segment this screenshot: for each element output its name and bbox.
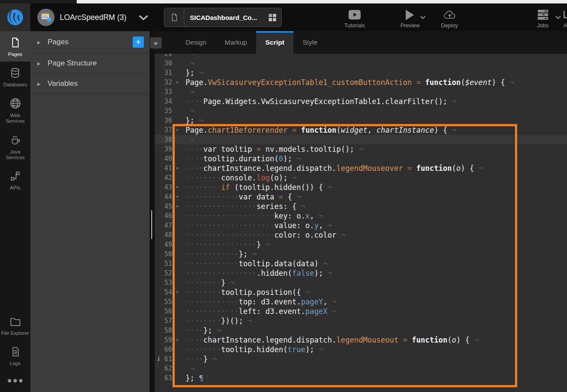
gutter: 33 <box>155 87 186 97</box>
collapse-panel-button[interactable]: « <box>150 37 162 49</box>
code-line[interactable]: 30 ¬ <box>155 59 567 68</box>
fold-arrow-icon[interactable]: ▾ <box>176 163 179 173</box>
fold-arrow-icon[interactable]: ▾ <box>176 125 179 135</box>
code-line[interactable]: 51············tooltip.data(data) ¬ <box>155 259 567 268</box>
code-line[interactable]: 43▾········if (tooltip.hidden()) { ¬ <box>155 183 567 192</box>
sidebar-item-databases[interactable]: Databases <box>0 62 30 92</box>
preview-label: Preview <box>394 23 427 29</box>
code-text: ············}; ¬ <box>186 249 567 259</box>
sidebar-item-java-services[interactable]: Java Services <box>0 128 30 165</box>
fold-arrow-icon[interactable]: ▾ <box>176 335 179 345</box>
artifacts-button[interactable]: Art <box>556 9 567 29</box>
code-text: }; ¶ <box>186 373 567 383</box>
sidebar-item-web-services[interactable]: Web Services <box>0 92 30 128</box>
tutorials-icon <box>339 9 370 21</box>
sidebar-item-more[interactable] <box>0 371 30 389</box>
panel-scrollbar-thumb[interactable] <box>151 210 152 239</box>
app-logo-button[interactable] <box>0 3 30 31</box>
code-line[interactable]: 52················.hidden(false); ¬ <box>155 268 567 278</box>
code-line[interactable]: 37▾Page.chart1Beforerender = function(wi… <box>155 125 567 135</box>
code-line[interactable]: 54▾········tooltip.position({ ¬ <box>155 287 567 297</box>
code-line[interactable]: 56············left: d3.event.pageX ¬ <box>155 307 567 316</box>
code-text: }; ¬ <box>186 68 567 78</box>
fold-arrow-icon[interactable]: ▾ <box>176 183 179 192</box>
add-page-button[interactable]: + <box>133 36 144 48</box>
open-page-title: SICADashboard_Co... <box>184 14 269 21</box>
fold-arrow-icon[interactable]: ▾ <box>176 192 179 202</box>
line-number: 41 <box>164 163 172 173</box>
code-line[interactable]: 29 ¬ <box>155 54 567 59</box>
fold-arrow-icon[interactable]: ▾ <box>176 78 179 87</box>
code-line[interactable]: 63}; ¶ <box>155 373 567 383</box>
code-text: ················} ¬ <box>186 240 567 249</box>
gutter: 58 <box>155 326 186 335</box>
jobs-button[interactable]: Jobs <box>531 9 555 29</box>
code-line[interactable]: 60········tooltip.hidden(true); ¬ <box>155 345 567 354</box>
code-line[interactable]: 33 ¬ <box>155 87 567 97</box>
sidebar-item-apis[interactable]: APIs <box>0 165 30 195</box>
tab-design[interactable]: Design <box>176 31 215 54</box>
sidebar-item-file-explorer[interactable]: File Explorer <box>0 311 30 340</box>
open-page-tab[interactable]: SICADashboard_Co... <box>164 8 282 27</box>
code-line[interactable]: 45▾················series: { ¬ <box>155 202 567 211</box>
wavemaker-studio-window: LOArcSpeedRM (3) SICADashboard_Co... Tut… <box>0 0 567 392</box>
code-line[interactable]: 53········} ¬ <box>155 278 567 287</box>
code-text: ····················color: o.color ¬ <box>186 230 567 240</box>
code-line[interactable]: 44▾············var data = { ¬ <box>155 192 567 202</box>
fold-arrow-icon[interactable]: ▾ <box>176 287 179 297</box>
code-line[interactable]: 35 ¬ <box>155 106 567 116</box>
code-text: ············tooltip.data(data) ¬ <box>186 259 567 268</box>
panel-section-pages[interactable]: ▶Pages+ <box>30 31 150 53</box>
code-line[interactable]: 57········})(); ¬ <box>155 316 567 326</box>
code-text: ············left: d3.event.pageX ¬ <box>186 307 567 316</box>
gutter: 50 <box>155 249 186 259</box>
panel-section-variables[interactable]: ▶Variables <box>30 74 150 94</box>
project-selector[interactable]: LOArcSpeedRM (3) <box>37 3 149 31</box>
code-line[interactable]: 55············top: d3.event.pageY, ¬ <box>155 297 567 307</box>
code-line[interactable]: 38 ¬ <box>155 135 567 144</box>
gutter: 44▾ <box>155 192 186 202</box>
code-line[interactable]: 32▾Page.VwSicasurveyExceptionTable1_cust… <box>155 78 567 87</box>
line-number: 51 <box>164 259 172 268</box>
code-line[interactable]: 58····}; ¬ <box>155 326 567 335</box>
gutter: 45▾ <box>155 202 186 211</box>
line-number: 30 <box>164 59 172 68</box>
file-explorer-icon <box>10 317 21 327</box>
deploy-label: Deploy <box>434 23 465 29</box>
line-number: 50 <box>164 249 172 259</box>
sidebar-item-logs[interactable]: Logs <box>0 340 30 371</box>
code-line[interactable]: 50············}; ¬ <box>155 249 567 259</box>
code-line[interactable]: 42········console.log(o); ¬ <box>155 173 567 183</box>
grid-icon[interactable] <box>269 14 276 21</box>
deploy-button[interactable]: Deploy <box>434 9 465 29</box>
code-line[interactable]: 39····var tooltip = nv.models.tooltip();… <box>155 144 567 154</box>
line-number: 37 <box>164 125 172 135</box>
code-text: ¬ <box>186 106 567 116</box>
code-line[interactable]: 47····················value: o.y, ¬ <box>155 221 567 230</box>
code-line[interactable]: 48····················color: o.color ¬ <box>155 230 567 240</box>
code-line[interactable]: 31}; ¬ <box>155 68 567 78</box>
code-line[interactable]: 40····tooltip.duration(0); ¬ <box>155 154 567 163</box>
tutorials-button[interactable]: Tutorials <box>339 9 370 29</box>
tab-style[interactable]: Style <box>293 31 326 54</box>
preview-button[interactable]: Preview <box>394 9 427 29</box>
sidebar-item-pages[interactable]: Pages <box>0 31 30 62</box>
panel-section-page-structure[interactable]: ▶Page Structure <box>30 53 150 74</box>
code-text: ····chartInstance.legend.dispatch.legend… <box>186 335 567 345</box>
tab-script[interactable]: Script <box>256 31 293 54</box>
project-name: LOArcSpeedRM (3) <box>60 13 127 22</box>
code-line[interactable]: 41▾····chartInstance.legend.dispatch.leg… <box>155 163 567 173</box>
tab-markup[interactable]: Markup <box>215 31 256 54</box>
gutter: 62 <box>155 364 186 373</box>
code-line[interactable]: 36}; ¬ <box>155 116 567 125</box>
code-line[interactable]: i61····} ¬ <box>155 354 567 364</box>
script-editor[interactable]: 29 ¬30 ¬31}; ¬32▾Page.VwSicasurveyExcept… <box>155 54 567 392</box>
fold-arrow-icon[interactable]: ▾ <box>176 202 179 211</box>
code-line[interactable]: 59▾····chartInstance.legend.dispatch.leg… <box>155 335 567 345</box>
preview-chevron-down-icon[interactable] <box>420 16 426 19</box>
file-icon <box>164 8 184 26</box>
code-line[interactable]: 34····Page.Widgets.VwSicasurveyException… <box>155 97 567 106</box>
code-line[interactable]: 49················} ¬ <box>155 240 567 249</box>
code-line[interactable]: 62 ¬ <box>155 364 567 373</box>
code-line[interactable]: 46····················key: o.x, ¬ <box>155 211 567 221</box>
